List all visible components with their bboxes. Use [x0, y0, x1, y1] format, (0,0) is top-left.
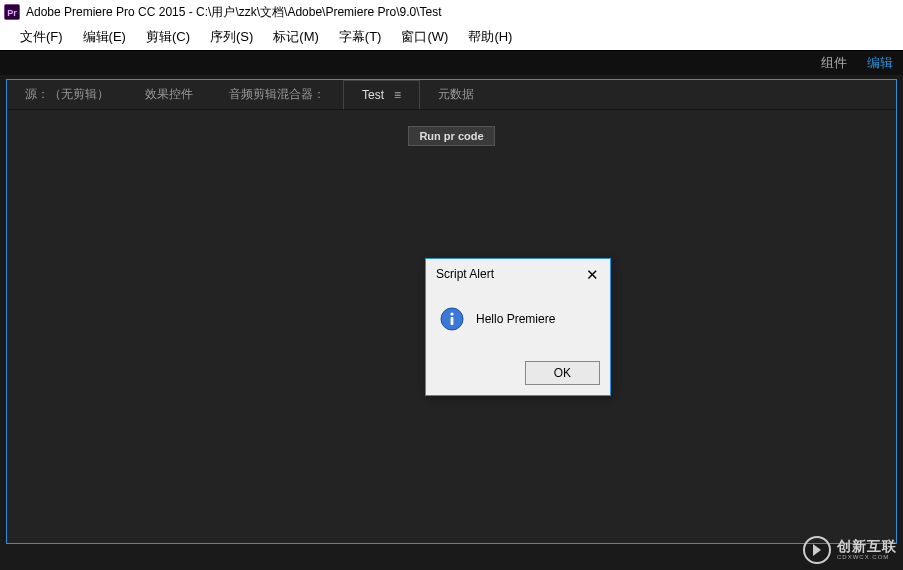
dialog-title: Script Alert	[436, 267, 494, 281]
menu-clip[interactable]: 剪辑(C)	[136, 26, 200, 48]
tab-metadata[interactable]: 元数据	[420, 80, 492, 109]
tab-effect-controls[interactable]: 效果控件	[127, 80, 211, 109]
workspace-editing[interactable]: 编辑	[867, 54, 893, 72]
info-icon	[440, 307, 464, 331]
menu-marker[interactable]: 标记(M)	[263, 26, 329, 48]
dialog-body: Hello Premiere	[426, 289, 610, 353]
menu-sequence[interactable]: 序列(S)	[200, 26, 263, 48]
run-pr-code-button[interactable]: Run pr code	[408, 126, 494, 146]
tab-audio-clip-mixer[interactable]: 音频剪辑混合器：	[211, 80, 343, 109]
dialog-footer: OK	[426, 353, 610, 395]
menu-help[interactable]: 帮助(H)	[458, 26, 522, 48]
menu-title[interactable]: 字幕(T)	[329, 26, 392, 48]
titlebar: Pr Adobe Premiere Pro CC 2015 - C:\用户\zz…	[0, 0, 903, 24]
workspace-components[interactable]: 组件	[821, 54, 847, 72]
menubar: 文件(F) 编辑(E) 剪辑(C) 序列(S) 标记(M) 字幕(T) 窗口(W…	[0, 24, 903, 50]
tab-test-label: Test	[362, 88, 384, 102]
menu-edit[interactable]: 编辑(E)	[73, 26, 136, 48]
window-title: Adobe Premiere Pro CC 2015 - C:\用户\zzk\文…	[26, 4, 442, 21]
watermark-sub: CDXWCX.COM	[837, 554, 897, 561]
watermark-logo-icon	[803, 536, 831, 564]
close-icon[interactable]: ✕	[583, 267, 602, 282]
watermark: 创新互联 CDXWCX.COM	[803, 536, 897, 564]
dialog-header: Script Alert ✕	[426, 259, 610, 289]
watermark-main: 创新互联	[837, 539, 897, 554]
panel-tabs: 源：（无剪辑） 效果控件 音频剪辑混合器： Test ≡ 元数据	[7, 80, 896, 110]
workspace-switcher: 组件 编辑	[0, 51, 903, 75]
panel-menu-icon[interactable]: ≡	[394, 88, 401, 102]
script-alert-dialog: Script Alert ✕ Hello Premiere OK	[425, 258, 611, 396]
svg-point-3	[450, 312, 453, 315]
svg-text:Pr: Pr	[7, 8, 17, 18]
tab-source-noclip[interactable]: 源：（无剪辑）	[7, 80, 127, 109]
svg-rect-4	[451, 317, 454, 325]
menu-file[interactable]: 文件(F)	[10, 26, 73, 48]
tab-test[interactable]: Test ≡	[343, 80, 420, 109]
ok-button[interactable]: OK	[525, 361, 600, 385]
menu-window[interactable]: 窗口(W)	[391, 26, 458, 48]
dialog-message: Hello Premiere	[476, 312, 555, 326]
premiere-icon: Pr	[4, 4, 20, 20]
